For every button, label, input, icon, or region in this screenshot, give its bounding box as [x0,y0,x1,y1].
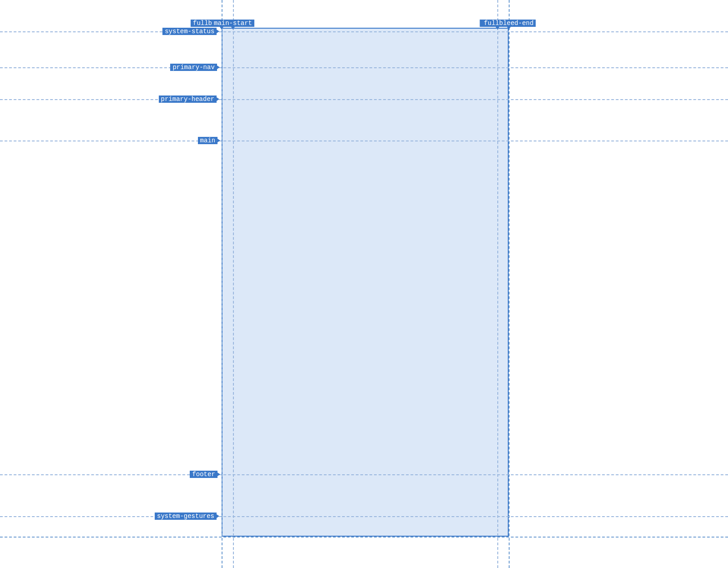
row-label-text: primary-header [161,96,215,103]
row-label-system-gestures: system-gestures [155,513,217,520]
column-label-text: main-start [214,20,252,27]
row-label-primary-nav: primary-nav [170,64,217,71]
row-label-text: main [200,137,216,144]
grid-diagram: fullbleed-startmain-startmain-endfullble… [0,0,728,568]
row-line-bottom-bleed [0,537,728,538]
row-label-system-status: system-status [162,28,217,35]
row-label-text: footer [192,471,215,478]
row-label-main: main [198,137,218,144]
row-label-footer: footer [190,471,217,478]
column-label-text: fullbleed-end [484,20,533,27]
column-label-main-start: main-start [212,20,254,27]
row-label-primary-header: primary-header [159,96,217,103]
row-label-text: primary-nav [172,64,214,71]
column-line-fullbleed-end [509,0,510,568]
viewport-area [222,28,509,537]
row-label-text: system-gestures [157,513,214,520]
row-label-text: system-status [165,28,214,35]
column-label-fullbleed-end: fullbleed-end [481,20,536,27]
